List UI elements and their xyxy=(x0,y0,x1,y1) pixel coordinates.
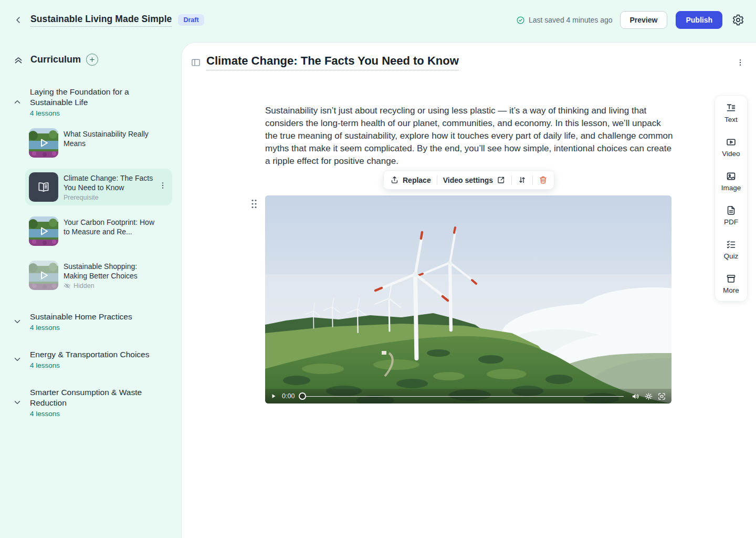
insert-text-button[interactable]: Text xyxy=(724,102,738,123)
insert-pdf-button[interactable]: PDF xyxy=(724,205,738,226)
chevron-down-icon xyxy=(13,355,22,364)
lesson-list: What Sustainability Really Means Climate… xyxy=(0,125,181,294)
block-drag-handle[interactable] xyxy=(250,199,258,209)
fullscreen-icon xyxy=(657,392,666,401)
video-block-toolbar: Replace Video settings xyxy=(383,170,554,190)
lesson-menu-button[interactable] xyxy=(159,181,167,190)
lesson-text-block[interactable]: Sustainability isn’t just about recyclin… xyxy=(265,105,673,168)
seek-knob[interactable] xyxy=(299,392,306,400)
top-header: Sustainable Living Made Simple Draft Las… xyxy=(0,0,756,40)
settings-gear-button[interactable] xyxy=(732,14,744,26)
insert-image-button[interactable]: Image xyxy=(721,171,741,192)
insert-block-toolbar: Text Video Image PDF Quiz More xyxy=(715,95,748,302)
curriculum-section: Laying the Foundation for a Sustainable … xyxy=(0,87,181,294)
pdf-document-icon xyxy=(726,205,737,216)
quiz-checklist-icon xyxy=(726,239,737,250)
lesson-video-thumbnail xyxy=(29,261,58,290)
double-chevron-up-icon xyxy=(13,54,24,66)
kebab-menu-icon xyxy=(736,58,744,67)
section-header[interactable]: Smarter Consumption & Waste Reduction 4 … xyxy=(0,387,181,418)
toolbar-divider xyxy=(532,175,533,185)
replace-video-button[interactable]: Replace xyxy=(390,175,431,184)
image-icon xyxy=(726,171,737,182)
upload-icon xyxy=(390,175,399,184)
section-lesson-count: 4 lessons xyxy=(30,324,152,332)
save-status: Last saved 4 minutes ago xyxy=(516,16,613,25)
curriculum-sidebar: Curriculum Laying the Foundation for a S… xyxy=(0,40,181,538)
curriculum-header: Curriculum xyxy=(0,40,181,66)
video-settings-button[interactable]: Video settings xyxy=(443,175,506,184)
section-title: Sustainable Home Practices xyxy=(30,312,152,322)
grip-dots-icon xyxy=(250,199,258,209)
player-settings-button[interactable] xyxy=(644,392,653,401)
lesson-title: Climate Change: The Facts You Need to Kn… xyxy=(64,173,157,192)
publish-button[interactable]: Publish xyxy=(676,11,722,29)
fullscreen-button[interactable] xyxy=(657,392,666,401)
plus-icon xyxy=(89,56,96,63)
chevron-up-icon xyxy=(13,97,22,107)
chevron-down-icon xyxy=(13,398,22,407)
collapse-all-button[interactable] xyxy=(13,54,24,66)
lesson-hidden-status: Hidden xyxy=(64,282,157,289)
seek-track xyxy=(305,396,624,397)
lesson-page-title[interactable]: Climate Change: The Facts You Need to Kn… xyxy=(206,54,459,70)
video-control-bar: 0:00 xyxy=(265,389,671,404)
preview-button[interactable]: Preview xyxy=(620,11,668,29)
player-gear-icon xyxy=(644,392,653,401)
check-circle-icon xyxy=(516,16,525,25)
video-icon xyxy=(726,137,737,148)
lesson-subtitle: Prerequisite xyxy=(64,194,157,201)
lesson-item[interactable]: Your Carbon Footprint: How to Measure an… xyxy=(25,213,172,250)
insert-image-label: Image xyxy=(721,184,741,192)
section-header[interactable]: Energy & Transportation Choices 4 lesson… xyxy=(0,349,181,369)
video-player[interactable]: 0:00 xyxy=(265,195,671,404)
lesson-title: What Sustainability Really Means xyxy=(64,129,157,148)
video-frame-wind-turbines xyxy=(265,195,671,404)
insert-quiz-label: Quiz xyxy=(724,252,739,260)
lesson-item-hidden[interactable]: Sustainable Shopping: Making Better Choi… xyxy=(25,257,172,294)
section-title: Smarter Consumption & Waste Reduction xyxy=(30,387,152,408)
trash-icon xyxy=(539,175,548,184)
insert-quiz-button[interactable]: Quiz xyxy=(724,239,739,260)
save-status-text: Last saved 4 minutes ago xyxy=(529,16,613,24)
section-header[interactable]: Sustainable Home Practices 4 lessons xyxy=(0,312,181,332)
volume-button[interactable] xyxy=(631,392,640,401)
course-title[interactable]: Sustainable Living Made Simple xyxy=(30,14,172,27)
lesson-title: Your Carbon Footprint: How to Measure an… xyxy=(64,218,157,236)
seek-bar[interactable] xyxy=(299,392,624,400)
section-header[interactable]: Laying the Foundation for a Sustainable … xyxy=(0,87,181,117)
section-lesson-count: 4 lessons xyxy=(30,361,152,369)
lesson-subtitle: Hidden xyxy=(74,282,94,289)
chevron-left-icon xyxy=(14,15,23,25)
add-section-button[interactable] xyxy=(86,54,98,66)
play-icon xyxy=(270,393,277,399)
insert-more-button[interactable]: More xyxy=(723,273,739,294)
current-time: 0:00 xyxy=(282,392,295,400)
replace-label: Replace xyxy=(403,176,431,184)
curriculum-title: Curriculum xyxy=(30,54,81,65)
toggle-sidebar-button[interactable] xyxy=(191,57,201,68)
external-link-icon xyxy=(497,175,506,184)
lesson-options-button[interactable] xyxy=(736,58,744,67)
more-archive-icon xyxy=(726,273,737,284)
insert-video-button[interactable]: Video xyxy=(722,137,740,158)
section-title: Energy & Transportation Choices xyxy=(30,349,152,360)
section-lesson-count: 4 lessons xyxy=(30,109,152,117)
play-icon xyxy=(37,225,50,237)
move-block-button[interactable] xyxy=(518,175,527,184)
back-button[interactable] xyxy=(12,13,25,27)
toolbar-divider xyxy=(511,175,512,185)
lesson-video-thumbnail xyxy=(29,128,58,158)
chevron-down-icon xyxy=(13,317,22,326)
panel-layout-icon xyxy=(191,57,201,68)
lesson-item-selected[interactable]: Climate Change: The Facts You Need to Kn… xyxy=(25,169,172,205)
insert-video-label: Video xyxy=(722,150,740,158)
volume-icon xyxy=(631,392,640,401)
play-button[interactable] xyxy=(270,393,277,399)
lesson-item[interactable]: What Sustainability Really Means xyxy=(25,125,172,161)
status-badge: Draft xyxy=(178,14,204,26)
lesson-reading-thumbnail xyxy=(29,172,58,202)
kebab-menu-icon xyxy=(159,181,167,190)
delete-block-button[interactable] xyxy=(539,175,548,184)
insert-more-label: More xyxy=(723,286,739,294)
